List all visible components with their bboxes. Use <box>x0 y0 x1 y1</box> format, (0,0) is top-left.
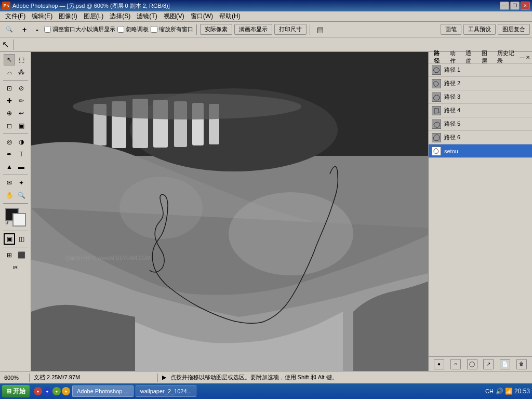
tool-row-11: ✋ 🔍 <box>4 190 27 201</box>
restore-button[interactable]: ❐ <box>510 2 520 10</box>
menu-layer[interactable]: 图层(L) <box>81 11 107 22</box>
zoom-out-btn[interactable]: - <box>32 24 42 35</box>
print-size-btn[interactable]: 打印尺寸 <box>274 24 307 35</box>
menu-view[interactable]: 视图(V) <box>161 11 188 22</box>
panel-close-btn[interactable]: ✕ <box>526 55 530 60</box>
path-item-3[interactable]: 路径 3 <box>429 90 532 104</box>
tool-sep-5 <box>3 231 28 231</box>
notes-tool[interactable]: ✉ <box>4 177 15 189</box>
path-item-setou[interactable]: setou <box>429 144 532 158</box>
shrink-all-label[interactable]: 缩放所有窗口 <box>151 25 193 33</box>
minimize-button[interactable]: — <box>500 2 509 10</box>
path-name-1: 路径 1 <box>444 66 460 74</box>
selection-tool[interactable]: ⬚ <box>16 54 27 65</box>
lasso-tool[interactable]: ⌓ <box>4 66 15 78</box>
sys-icon-clock[interactable]: 20:53 <box>514 388 530 395</box>
magic-wand-tool[interactable]: ⁂ <box>16 66 27 78</box>
blur-tool[interactable]: ◎ <box>4 136 15 148</box>
shape-tool[interactable]: ▬ <box>16 161 27 172</box>
fill-screen-btn[interactable]: 满画布显示 <box>234 24 272 35</box>
move-tool[interactable]: ↖ <box>4 54 15 65</box>
zoom-tool-btn[interactable]: 🔍 <box>2 24 17 34</box>
fullscreen-btn[interactable]: ⬛ <box>16 249 27 261</box>
svg-point-12 <box>119 177 203 239</box>
shrink-all-check[interactable] <box>151 26 157 33</box>
menu-select[interactable]: 选择(S) <box>107 11 134 22</box>
palette-options-btn[interactable]: ▤ <box>313 24 327 35</box>
menu-bar: 文件(F) 编辑(E) 图像(I) 图层(L) 选择(S) 滤镜(T) 视图(V… <box>0 11 532 22</box>
status-arrow-icon: ▶ <box>162 374 166 381</box>
eraser-tool[interactable]: ◻ <box>4 120 15 131</box>
menu-file[interactable]: 文件(F) <box>2 11 29 22</box>
tool-presets-btn[interactable]: 工具预设 <box>463 24 496 35</box>
path-name-2: 路径 2 <box>444 79 460 87</box>
gradient-tool[interactable]: ▣ <box>16 120 27 131</box>
path-item-2[interactable]: 路径 2 <box>429 77 532 90</box>
quickmask-mode-btn[interactable]: ◫ <box>16 233 27 245</box>
hand-tool[interactable]: ✋ <box>4 190 15 201</box>
status-sep-1 <box>29 374 30 382</box>
fit-window-check[interactable] <box>44 26 51 33</box>
panel-minimize-btn[interactable]: — <box>520 55 525 60</box>
tool-row-extra: IR <box>10 262 21 273</box>
path-select-tool[interactable]: ▲ <box>4 161 15 172</box>
screen-mode-btn[interactable]: ⊞ <box>4 249 15 261</box>
actual-pixels-btn[interactable]: 实际像素 <box>200 24 232 35</box>
text-tool[interactable]: T <box>16 149 27 160</box>
pen-tool[interactable]: ✒ <box>4 149 15 160</box>
path-name-3: 路径 3 <box>444 93 460 101</box>
clone-tool[interactable]: ⊕ <box>4 108 15 119</box>
taskbar-sys-area: CH 🔊 📶 20:53 <box>485 388 530 395</box>
history-brush-tool[interactable]: ↩ <box>16 108 27 119</box>
zoom-in-btn[interactable]: + <box>19 24 30 35</box>
background-color[interactable] <box>12 213 26 227</box>
tool-sep-3 <box>3 175 28 175</box>
dodge-tool[interactable]: ◑ <box>16 136 27 148</box>
standard-mode-btn[interactable]: ▣ <box>4 233 15 245</box>
fit-window-label[interactable]: 调整窗口大小以满屏显示 <box>44 25 115 33</box>
svg-text:思缘设计论坛 www.MISSYUAN.COM: 思缘设计论坛 www.MISSYUAN.COM <box>64 255 151 261</box>
selection-to-path-btn[interactable]: ↗ <box>483 359 494 369</box>
status-tip: 点按并拖移以移动图层或选区。要附加选项，使用 Shift 和 Alt 键。 <box>170 374 528 381</box>
jump-to-imageready-btn[interactable]: IR <box>10 262 21 273</box>
layer-comps-btn[interactable]: 图层复合 <box>498 24 530 35</box>
eyedropper-tool[interactable]: ✦ <box>16 177 27 189</box>
sys-icon-network[interactable]: 🔊 <box>496 388 503 395</box>
path-item-1[interactable]: 路径 1 <box>429 63 532 77</box>
right-panel: 路径 动作 通道 图层 历史记录 — ✕ 路径 1 <box>428 52 532 371</box>
delete-path-btn[interactable]: 🗑 <box>516 359 527 369</box>
path-item-4[interactable]: 路径 4 <box>429 104 532 117</box>
brush-tool[interactable]: ✏ <box>16 95 27 107</box>
menu-window[interactable]: 窗口(W) <box>188 11 216 22</box>
menu-filter[interactable]: 滤镜(T) <box>134 11 160 22</box>
title-text: Ps Adobe Photoshop — [另.psd @ 600% (图层 0… <box>2 2 170 10</box>
brush-panel-btn[interactable]: 画笔 <box>441 24 461 35</box>
start-button[interactable]: ⊞ 开始 <box>2 385 30 397</box>
crop-tool[interactable]: ⊡ <box>4 83 15 94</box>
ignore-panel-label[interactable]: 忽略调板 <box>117 25 149 33</box>
tool-row-5: ⊕ ↩ <box>4 108 27 119</box>
menu-help[interactable]: 帮助(H) <box>216 11 244 22</box>
slice-tool[interactable]: ⊘ <box>16 83 27 94</box>
path-to-selection-btn[interactable]: ◯ <box>467 359 477 369</box>
ignore-panel-check[interactable] <box>117 26 124 33</box>
menu-edit[interactable]: 编辑(E) <box>29 11 56 22</box>
tool-sep-4 <box>3 203 28 204</box>
heal-tool[interactable]: ✚ <box>4 95 15 107</box>
close-button[interactable]: ✕ <box>521 2 530 10</box>
taskbar-wallpaper-btn[interactable]: wallpaper_2_1024... <box>136 385 196 397</box>
path-item-5[interactable]: 路径 5 <box>429 117 532 131</box>
canvas-area: 思缘设计论坛 www.MISSYUAN.COM ▲ ▼ <box>31 52 428 371</box>
menu-image[interactable]: 图像(I) <box>56 11 80 22</box>
path-thumb-2 <box>432 79 441 88</box>
zoom-tool[interactable]: 🔍 <box>16 190 27 201</box>
fill-path-btn[interactable]: ● <box>434 359 444 369</box>
tool-sep-6 <box>3 247 28 247</box>
new-path-btn[interactable]: 📄 <box>500 359 510 369</box>
stroke-path-btn[interactable]: ○ <box>450 359 461 369</box>
taskbar-ps-btn[interactable]: Adobe Photoshop ... <box>72 385 134 397</box>
reset-colors[interactable]: ↺ <box>5 221 9 225</box>
path-item-6[interactable]: 路径 6 <box>429 131 532 144</box>
sys-icon-speaker[interactable]: 📶 <box>505 388 513 395</box>
zoom-level: 600% <box>4 375 25 381</box>
